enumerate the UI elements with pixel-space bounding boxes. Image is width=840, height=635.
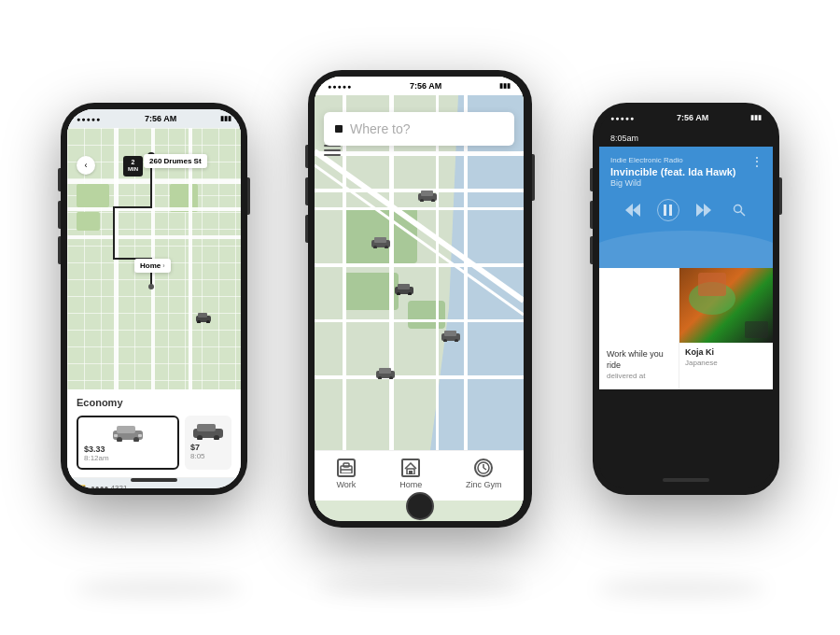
svg-rect-3	[198, 313, 207, 318]
nav-item-home[interactable]: Home	[399, 459, 422, 489]
svg-rect-13	[197, 424, 216, 431]
food-card-body: Koja Ki Japanese	[679, 343, 773, 389]
right-signal: ●●●●●	[610, 115, 635, 121]
fast-forward-button[interactable]	[693, 199, 715, 221]
left-phone: ●●●●● 7:56 AM ▮▮▮	[61, 103, 247, 495]
car-marker-c2	[417, 189, 438, 205]
right-phone-inner: ●●●●● 7:56 AM ▮▮▮ 8:05am ⋮ Indie Electro…	[599, 109, 773, 488]
svg-marker-50	[696, 204, 704, 217]
svg-rect-11	[138, 434, 142, 437]
right-power-button	[247, 177, 250, 215]
svg-point-52	[735, 205, 742, 213]
center-phone-inner: ●●●●● 7:56 AM ▮▮▮	[315, 77, 524, 521]
right-speaker	[663, 478, 709, 482]
svg-rect-35	[379, 368, 391, 374]
home-icon	[401, 459, 420, 477]
search-music-button[interactable]	[728, 199, 750, 221]
svg-marker-46	[633, 204, 640, 217]
card1-time: 8:12am	[84, 454, 172, 462]
center-map: Where to?	[315, 95, 524, 450]
svg-line-17	[315, 165, 524, 315]
food-card-koja[interactable]: Koja Ki Japanese	[679, 268, 773, 389]
food-card-image	[679, 268, 773, 343]
nav-item-work[interactable]: Work	[336, 459, 356, 489]
right-phone: ●●●●● 7:56 AM ▮▮▮ 8:05am ⋮ Indie Electro…	[593, 103, 779, 495]
center-right-button	[532, 154, 535, 201]
center-left-button-bot	[305, 215, 308, 243]
center-signal: ●●●●●	[328, 83, 352, 90]
food-card-sub: Japanese	[685, 359, 767, 367]
car-marker-c3	[394, 282, 414, 299]
left-silent-button	[58, 168, 61, 191]
food-card-title: Koja Ki	[685, 347, 767, 357]
play-pause-button[interactable]	[657, 199, 679, 221]
economy-title: Economy	[77, 397, 231, 408]
car-icon-2	[191, 421, 225, 440]
svg-rect-49	[669, 205, 672, 216]
svg-rect-48	[664, 205, 666, 216]
scene: ●●●●● 7:56 AM ▮▮▮	[0, 0, 840, 635]
right-phone-left-mid	[590, 201, 593, 229]
right-phone-left-top	[590, 168, 593, 191]
eta-badge: 2 MIN	[123, 156, 143, 176]
center-phone: ●●●●● 7:56 AM ▮▮▮	[308, 70, 532, 528]
center-status-bar: ●●●●● 7:56 AM ▮▮▮	[315, 77, 524, 95]
diagonal-road-svg	[315, 95, 524, 450]
right-phone-shadow	[597, 579, 765, 598]
where-to-search[interactable]: Where to?	[324, 112, 514, 146]
svg-rect-23	[421, 190, 433, 196]
left-status-bar: ●●●●● 7:56 AM ▮▮▮	[67, 109, 241, 128]
back-button[interactable]: ‹	[77, 156, 95, 175]
center-phone-screen: ●●●●● 7:56 AM ▮▮▮	[315, 77, 524, 521]
left-time: 7:56 AM	[145, 114, 176, 123]
svg-rect-39	[343, 463, 349, 467]
economy-card-1[interactable]: $3.33 8:12am	[77, 416, 179, 470]
svg-line-53	[741, 212, 746, 217]
left-battery: ▮▮▮	[220, 115, 231, 122]
svg-rect-31	[444, 331, 456, 336]
nav-item-zinc-gym[interactable]: Zinc Gym	[466, 459, 502, 489]
svg-line-45	[483, 468, 486, 470]
address-badge: 260 Drumes St	[144, 154, 207, 168]
economy-card-2[interactable]: $7 8:05	[185, 416, 231, 470]
nav-work-label: Work	[336, 480, 356, 489]
clock-icon	[474, 459, 493, 477]
car-marker-c1	[371, 235, 391, 252]
economy-section: Economy $3.33	[67, 389, 241, 477]
right-phone-left-bot	[590, 236, 593, 264]
center-battery: ▮▮▮	[499, 82, 511, 90]
music-player: ⋮ Indie Electronic Radio Invincible (fea…	[599, 147, 773, 268]
car-marker-c5	[375, 366, 396, 383]
briefcase-icon	[337, 459, 356, 477]
right-sub-time: 8:05am	[610, 134, 638, 143]
credit-card-icon: 💳	[77, 484, 86, 488]
left-map: ‹ 2 MIN 260 Drumes St Home ›	[67, 128, 241, 389]
svg-rect-27	[398, 284, 410, 289]
nav-home-label: Home	[399, 480, 422, 489]
left-vol-up-button	[58, 201, 61, 229]
music-info: Indie Electronic Radio Invincible (feat.…	[610, 156, 762, 188]
music-channel: Indie Electronic Radio	[610, 156, 762, 164]
center-home-button[interactable]	[406, 492, 434, 520]
card2-time: 8:05	[190, 452, 226, 460]
left-phone-shadow	[75, 579, 243, 598]
svg-rect-7	[117, 426, 135, 433]
svg-rect-10	[114, 434, 118, 437]
hamburger-line-3	[324, 154, 341, 156]
right-battery: ▮▮▮	[750, 114, 762, 121]
left-speaker	[131, 478, 177, 482]
home-badge[interactable]: Home ›	[134, 259, 171, 273]
svg-marker-47	[625, 204, 633, 217]
work-while-text: Work while you ride delivered at	[607, 349, 671, 382]
svg-line-16	[315, 151, 524, 301]
music-artist: Big Wild	[610, 178, 762, 188]
where-to-placeholder: Where to?	[350, 121, 411, 136]
left-vol-down-button	[58, 236, 61, 264]
right-time: 7:56 AM	[677, 113, 708, 122]
rewind-button[interactable]	[622, 199, 644, 221]
music-controls	[610, 199, 762, 221]
food-decoration-3	[745, 321, 768, 338]
work-while-card[interactable]: Work while you ride delivered at	[599, 268, 679, 389]
left-signal: ●●●●●	[77, 116, 101, 122]
svg-marker-51	[704, 204, 711, 217]
